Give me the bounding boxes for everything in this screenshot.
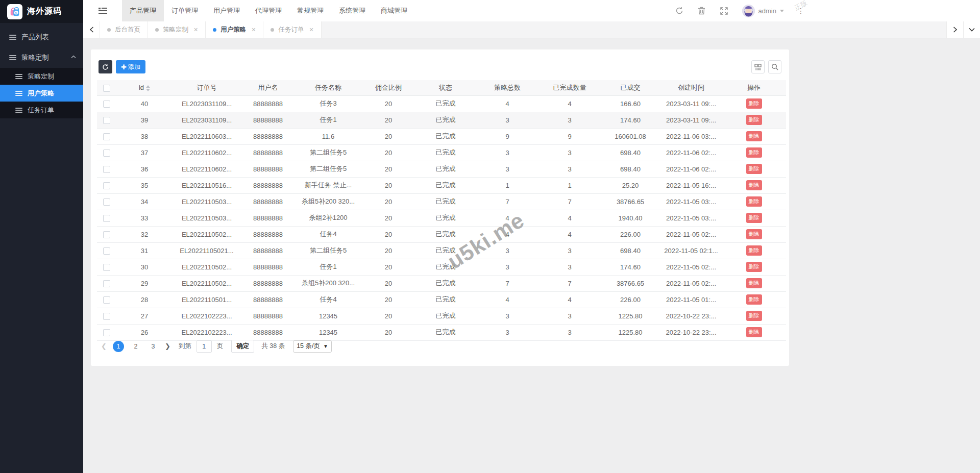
- tabs-scroll-left-button[interactable]: [83, 21, 100, 38]
- cell-task: 12345: [295, 308, 361, 324]
- delete-button[interactable]: 删除: [746, 147, 762, 158]
- page-number[interactable]: 3: [148, 341, 159, 352]
- top-nav-item[interactable]: 商城管理: [373, 0, 415, 21]
- open-tab[interactable]: 策略定制✕: [148, 21, 206, 38]
- next-page-button[interactable]: ❯: [162, 342, 174, 350]
- open-tab[interactable]: 后台首页: [100, 21, 148, 38]
- close-icon[interactable]: ✕: [193, 27, 198, 33]
- row-checkbox[interactable]: [103, 231, 110, 238]
- page-number[interactable]: 1: [113, 341, 124, 352]
- open-tab[interactable]: 任务订单✕: [263, 21, 321, 38]
- sort-asc-icon: [146, 85, 150, 88]
- delete-button[interactable]: 删除: [746, 278, 762, 288]
- cell-order: EL2022102223...: [173, 308, 241, 324]
- row-checkbox[interactable]: [103, 329, 110, 336]
- row-checkbox[interactable]: [103, 133, 110, 140]
- more-menu-icon[interactable]: ⋮: [797, 10, 800, 12]
- top-nav-item[interactable]: 用户管理: [206, 0, 248, 21]
- cell-id: 30: [116, 259, 173, 275]
- cell-actions: 删除: [722, 193, 786, 210]
- close-icon[interactable]: ✕: [309, 27, 313, 33]
- sort-toggle[interactable]: [146, 85, 150, 91]
- close-icon[interactable]: ✕: [251, 27, 256, 33]
- top-nav-item[interactable]: 系统管理: [331, 0, 373, 21]
- user-menu[interactable]: admin: [742, 5, 784, 17]
- tabs-dropdown-button[interactable]: [963, 21, 980, 38]
- page-size-select[interactable]: 15 条/页 ▼: [293, 340, 332, 353]
- tab-label: 策略定制: [163, 26, 188, 34]
- cell-task: 杀组5补200 320...: [295, 193, 361, 210]
- delete-button[interactable]: 删除: [746, 213, 762, 223]
- row-checkbox[interactable]: [103, 117, 110, 124]
- delete-button[interactable]: 删除: [746, 131, 762, 141]
- top-nav-item[interactable]: 订单管理: [164, 0, 206, 21]
- delete-button[interactable]: 删除: [746, 311, 762, 321]
- goto-page-input[interactable]: [197, 340, 212, 353]
- cell-id: 39: [116, 112, 173, 128]
- row-checkbox[interactable]: [103, 101, 110, 108]
- refresh-table-button[interactable]: [99, 60, 112, 73]
- delete-button[interactable]: 删除: [746, 196, 762, 207]
- page-numbers: 123: [113, 341, 159, 352]
- top-nav-item[interactable]: 常规管理: [289, 0, 331, 21]
- delete-button[interactable]: 删除: [746, 98, 762, 109]
- sidebar-item-task-order[interactable]: 任务订单: [0, 102, 83, 118]
- goto-confirm-button[interactable]: 确定: [231, 340, 254, 353]
- list-icon: [15, 90, 22, 97]
- add-button[interactable]: ✚添加: [116, 60, 145, 73]
- row-checkbox[interactable]: [103, 215, 110, 222]
- delete-button[interactable]: 删除: [746, 115, 762, 125]
- row-checkbox[interactable]: [103, 313, 110, 320]
- row-checkbox[interactable]: [103, 280, 110, 287]
- select-all-checkbox[interactable]: [103, 85, 110, 92]
- row-checkbox[interactable]: [103, 166, 110, 173]
- column-header: 状态: [415, 80, 476, 95]
- sidebar-collapse-button[interactable]: [83, 0, 122, 21]
- row-checkbox[interactable]: [103, 296, 110, 304]
- delete-button[interactable]: 删除: [746, 262, 762, 272]
- cell-created: 2023-03-11 09:...: [660, 112, 722, 128]
- cell-user: 88888888: [241, 210, 295, 226]
- row-checkbox[interactable]: [103, 247, 110, 255]
- delete-button[interactable]: 删除: [746, 245, 762, 256]
- sidebar-item-user-strategy[interactable]: 用户策略: [0, 85, 83, 102]
- column-header: 任务名称: [295, 80, 361, 95]
- sidebar-item-strategy-group[interactable]: 策略定制: [0, 47, 83, 68]
- delete-button[interactable]: 删除: [746, 164, 762, 174]
- tabs-scroll-right-button[interactable]: [946, 21, 963, 38]
- top-nav-item[interactable]: 产品管理: [122, 0, 164, 21]
- prev-page-button[interactable]: ❮: [98, 342, 110, 350]
- column-header: id: [116, 80, 173, 95]
- cell-task: 任务1: [295, 112, 361, 128]
- fullscreen-icon[interactable]: [720, 6, 729, 15]
- row-checkbox-cell: [97, 308, 116, 324]
- cell-created: 2022-11-06 02:...: [660, 161, 722, 177]
- delete-button[interactable]: 删除: [746, 229, 762, 239]
- cell-actions: 删除: [722, 242, 786, 259]
- sidebar-item-product-list[interactable]: 产品列表: [0, 27, 83, 47]
- delete-button[interactable]: 删除: [746, 294, 762, 305]
- row-checkbox[interactable]: [103, 150, 110, 157]
- search-toggle-button[interactable]: [768, 60, 781, 73]
- top-nav-item[interactable]: 代理管理: [248, 0, 289, 21]
- sidebar-item-strategy-custom[interactable]: 策略定制: [0, 68, 83, 85]
- row-checkbox[interactable]: [103, 198, 110, 206]
- cell-done: 4: [539, 95, 600, 112]
- open-tab[interactable]: 用户策略✕: [206, 21, 263, 38]
- row-checkbox[interactable]: [103, 182, 110, 189]
- cell-status: 已完成: [415, 324, 476, 340]
- cell-done: 9: [539, 128, 600, 144]
- cell-user: 88888888: [241, 144, 295, 161]
- column-header: 创建时间: [660, 80, 722, 95]
- row-checkbox-cell: [97, 161, 116, 177]
- cell-task: 第二组任务5: [295, 144, 361, 161]
- columns-toggle-button[interactable]: [751, 60, 765, 73]
- page-number[interactable]: 2: [130, 341, 141, 352]
- row-checkbox[interactable]: [103, 264, 110, 271]
- delete-button[interactable]: 删除: [746, 180, 762, 190]
- app-root: $ 海外源码 产品列表 策略定制 策略定制: [0, 0, 980, 473]
- refresh-icon[interactable]: [675, 6, 684, 15]
- cell-actions: 删除: [722, 144, 786, 161]
- trash-icon[interactable]: [697, 6, 706, 15]
- delete-button[interactable]: 删除: [746, 327, 762, 337]
